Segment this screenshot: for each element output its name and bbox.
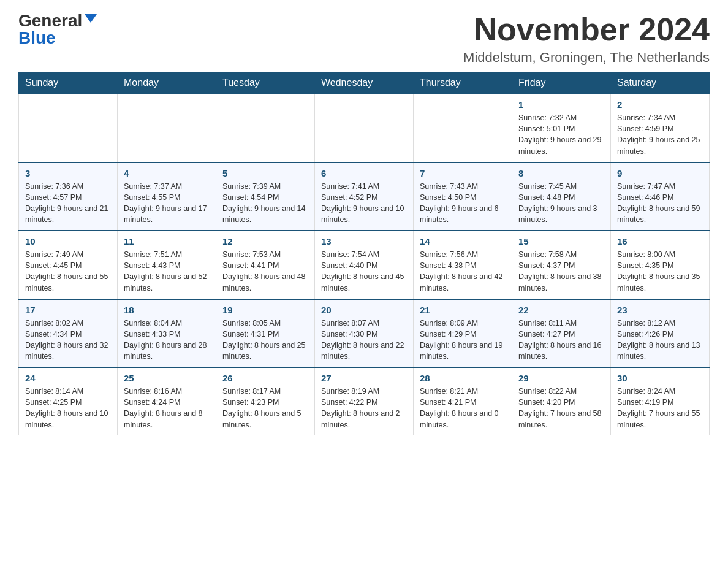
calendar-cell: 25Sunrise: 8:16 AM Sunset: 4:24 PM Dayli…: [118, 367, 216, 435]
calendar-cell: 3Sunrise: 7:36 AM Sunset: 4:57 PM Daylig…: [19, 163, 118, 231]
day-info: Sunrise: 8:07 AM Sunset: 4:30 PM Dayligh…: [321, 318, 407, 362]
calendar-cell: 29Sunrise: 8:22 AM Sunset: 4:20 PM Dayli…: [512, 367, 611, 435]
header-cell-tuesday: Tuesday: [216, 72, 315, 94]
header-cell-sunday: Sunday: [19, 72, 118, 94]
day-number: 5: [222, 168, 308, 178]
day-info: Sunrise: 8:16 AM Sunset: 4:24 PM Dayligh…: [124, 386, 210, 431]
day-number: 7: [420, 168, 506, 178]
logo: General Blue: [18, 12, 97, 47]
day-number: 8: [518, 168, 604, 178]
calendar-cell: 30Sunrise: 8:24 AM Sunset: 4:19 PM Dayli…: [611, 367, 710, 435]
calendar-cell: 23Sunrise: 8:12 AM Sunset: 4:26 PM Dayli…: [611, 299, 710, 368]
day-number: 13: [321, 236, 407, 247]
calendar-week-4: 17Sunrise: 8:02 AM Sunset: 4:34 PM Dayli…: [19, 299, 710, 368]
day-info: Sunrise: 8:22 AM Sunset: 4:20 PM Dayligh…: [518, 386, 604, 431]
day-info: Sunrise: 8:12 AM Sunset: 4:26 PM Dayligh…: [617, 318, 703, 362]
day-info: Sunrise: 8:14 AM Sunset: 4:25 PM Dayligh…: [25, 386, 111, 431]
calendar-cell: 16Sunrise: 8:00 AM Sunset: 4:35 PM Dayli…: [611, 231, 710, 299]
day-number: 3: [25, 168, 111, 178]
calendar-cell: 24Sunrise: 8:14 AM Sunset: 4:25 PM Dayli…: [19, 367, 118, 435]
month-title: November 2024: [463, 12, 710, 47]
day-info: Sunrise: 7:56 AM Sunset: 4:38 PM Dayligh…: [420, 249, 506, 294]
day-info: Sunrise: 8:02 AM Sunset: 4:34 PM Dayligh…: [25, 318, 111, 362]
calendar-cell: [414, 94, 512, 163]
day-number: 24: [25, 373, 111, 383]
header-row: SundayMondayTuesdayWednesdayThursdayFrid…: [19, 72, 710, 94]
calendar-cell: 1Sunrise: 7:32 AM Sunset: 5:01 PM Daylig…: [512, 94, 611, 163]
day-number: 10: [25, 236, 111, 247]
day-info: Sunrise: 7:58 AM Sunset: 4:37 PM Dayligh…: [518, 249, 604, 294]
day-info: Sunrise: 7:53 AM Sunset: 4:41 PM Dayligh…: [222, 249, 308, 294]
calendar-cell: 21Sunrise: 8:09 AM Sunset: 4:29 PM Dayli…: [414, 299, 512, 368]
header-cell-friday: Friday: [512, 72, 611, 94]
day-info: Sunrise: 8:09 AM Sunset: 4:29 PM Dayligh…: [420, 318, 506, 362]
calendar-cell: 19Sunrise: 8:05 AM Sunset: 4:31 PM Dayli…: [216, 299, 315, 368]
day-info: Sunrise: 7:32 AM Sunset: 5:01 PM Dayligh…: [518, 112, 604, 157]
day-number: 26: [222, 373, 308, 383]
day-number: 11: [124, 236, 210, 247]
day-number: 6: [321, 168, 407, 178]
calendar-cell: [19, 94, 118, 163]
calendar-cell: 28Sunrise: 8:21 AM Sunset: 4:21 PM Dayli…: [414, 367, 512, 435]
day-info: Sunrise: 7:39 AM Sunset: 4:54 PM Dayligh…: [222, 181, 308, 226]
day-number: 23: [617, 305, 703, 315]
calendar-cell: 4Sunrise: 7:37 AM Sunset: 4:55 PM Daylig…: [118, 163, 216, 231]
calendar-cell: 11Sunrise: 7:51 AM Sunset: 4:43 PM Dayli…: [118, 231, 216, 299]
day-number: 30: [617, 373, 703, 383]
calendar-cell: 9Sunrise: 7:47 AM Sunset: 4:46 PM Daylig…: [611, 163, 710, 231]
header-cell-wednesday: Wednesday: [315, 72, 414, 94]
day-number: 25: [124, 373, 210, 383]
calendar-cell: 20Sunrise: 8:07 AM Sunset: 4:30 PM Dayli…: [315, 299, 414, 368]
calendar-week-1: 1Sunrise: 7:32 AM Sunset: 5:01 PM Daylig…: [19, 94, 710, 163]
page-header: General Blue November 2024 Middelstum, G…: [18, 12, 710, 66]
header-cell-monday: Monday: [118, 72, 216, 94]
calendar-cell: 18Sunrise: 8:04 AM Sunset: 4:33 PM Dayli…: [118, 299, 216, 368]
day-number: 16: [617, 236, 703, 247]
calendar-cell: 15Sunrise: 7:58 AM Sunset: 4:37 PM Dayli…: [512, 231, 611, 299]
calendar-header: SundayMondayTuesdayWednesdayThursdayFrid…: [19, 72, 710, 94]
day-info: Sunrise: 8:04 AM Sunset: 4:33 PM Dayligh…: [124, 318, 210, 362]
calendar-week-3: 10Sunrise: 7:49 AM Sunset: 4:45 PM Dayli…: [19, 231, 710, 299]
day-info: Sunrise: 7:45 AM Sunset: 4:48 PM Dayligh…: [518, 181, 604, 226]
day-info: Sunrise: 7:51 AM Sunset: 4:43 PM Dayligh…: [124, 249, 210, 294]
day-info: Sunrise: 8:11 AM Sunset: 4:27 PM Dayligh…: [518, 318, 604, 362]
day-number: 20: [321, 305, 407, 315]
day-info: Sunrise: 7:36 AM Sunset: 4:57 PM Dayligh…: [25, 181, 111, 226]
day-info: Sunrise: 8:24 AM Sunset: 4:19 PM Dayligh…: [617, 386, 703, 431]
day-number: 27: [321, 373, 407, 383]
day-number: 12: [222, 236, 308, 247]
day-info: Sunrise: 7:49 AM Sunset: 4:45 PM Dayligh…: [25, 249, 111, 294]
location-title: Middelstum, Groningen, The Netherlands: [463, 50, 710, 66]
header-cell-thursday: Thursday: [414, 72, 512, 94]
calendar-cell: [118, 94, 216, 163]
day-info: Sunrise: 8:17 AM Sunset: 4:23 PM Dayligh…: [222, 386, 308, 431]
day-number: 22: [518, 305, 604, 315]
calendar-table: SundayMondayTuesdayWednesdayThursdayFrid…: [18, 72, 710, 435]
day-number: 15: [518, 236, 604, 247]
calendar-cell: 6Sunrise: 7:41 AM Sunset: 4:52 PM Daylig…: [315, 163, 414, 231]
day-info: Sunrise: 8:05 AM Sunset: 4:31 PM Dayligh…: [222, 318, 308, 362]
day-number: 2: [617, 99, 703, 110]
day-number: 21: [420, 305, 506, 315]
day-info: Sunrise: 7:41 AM Sunset: 4:52 PM Dayligh…: [321, 181, 407, 226]
title-block: November 2024 Middelstum, Groningen, The…: [463, 12, 710, 66]
day-info: Sunrise: 7:47 AM Sunset: 4:46 PM Dayligh…: [617, 181, 703, 226]
calendar-cell: [315, 94, 414, 163]
calendar-cell: 27Sunrise: 8:19 AM Sunset: 4:22 PM Dayli…: [315, 367, 414, 435]
calendar-cell: 13Sunrise: 7:54 AM Sunset: 4:40 PM Dayli…: [315, 231, 414, 299]
day-number: 28: [420, 373, 506, 383]
calendar-cell: 7Sunrise: 7:43 AM Sunset: 4:50 PM Daylig…: [414, 163, 512, 231]
day-number: 29: [518, 373, 604, 383]
calendar-cell: 10Sunrise: 7:49 AM Sunset: 4:45 PM Dayli…: [19, 231, 118, 299]
logo-triangle-icon: [85, 14, 97, 23]
day-number: 1: [518, 99, 604, 110]
calendar-week-5: 24Sunrise: 8:14 AM Sunset: 4:25 PM Dayli…: [19, 367, 710, 435]
day-info: Sunrise: 7:34 AM Sunset: 4:59 PM Dayligh…: [617, 112, 703, 157]
day-number: 19: [222, 305, 308, 315]
day-info: Sunrise: 7:54 AM Sunset: 4:40 PM Dayligh…: [321, 249, 407, 294]
calendar-week-2: 3Sunrise: 7:36 AM Sunset: 4:57 PM Daylig…: [19, 163, 710, 231]
day-info: Sunrise: 8:21 AM Sunset: 4:21 PM Dayligh…: [420, 386, 506, 431]
calendar-cell: 5Sunrise: 7:39 AM Sunset: 4:54 PM Daylig…: [216, 163, 315, 231]
calendar-cell: 12Sunrise: 7:53 AM Sunset: 4:41 PM Dayli…: [216, 231, 315, 299]
logo-blue-text: Blue: [18, 29, 56, 47]
